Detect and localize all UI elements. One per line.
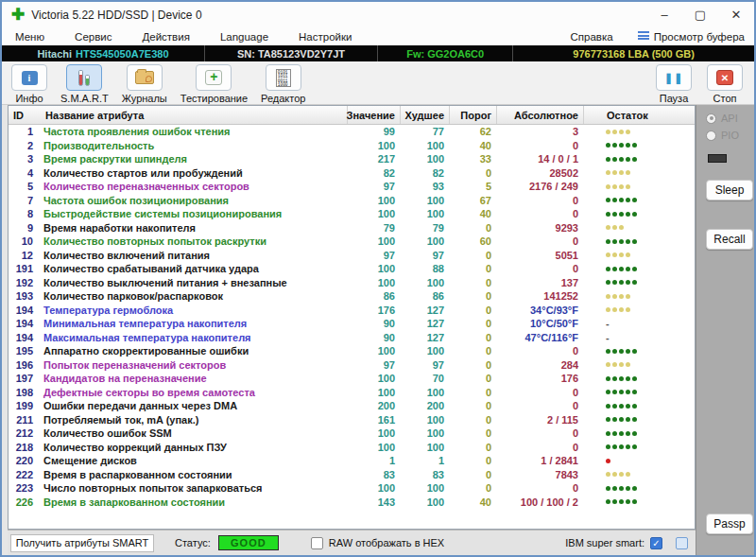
menu-item-menu[interactable]: Меню: [15, 31, 44, 43]
maximize-icon[interactable]: ▢: [682, 2, 718, 27]
editor-tab-button[interactable]: 0101101100111000008001 Редактор: [261, 64, 305, 104]
cell-abs: 0: [496, 208, 583, 219]
cell-abs: 10°C/50°F: [496, 318, 583, 329]
recall-button[interactable]: Recall: [706, 229, 753, 250]
table-row[interactable]: 226Время в запаркованном состоянии143100…: [9, 496, 695, 510]
table-row[interactable]: 194Температура гермоблока176127034°C/93°…: [9, 304, 695, 318]
get-smart-attributes-button[interactable]: Получить атрибуты SMART: [10, 534, 154, 552]
journals-tab-button[interactable]: Журналы: [122, 64, 167, 104]
table-row[interactable]: 4Количество стартов или пробуждений82820…: [9, 166, 695, 181]
sleep-button[interactable]: Sleep: [706, 180, 753, 200]
smart-tab-button[interactable]: S.M.A.R.T: [60, 64, 109, 104]
secondary-checkbox[interactable]: [676, 537, 688, 549]
cell-value: 90: [347, 318, 400, 329]
minimize-icon[interactable]: –: [646, 2, 682, 27]
table-row[interactable]: 8Быстродействие системы позиционирования…: [9, 207, 695, 221]
table-row[interactable]: 3Время раскрутки шпинделя2171003314 / 0 …: [9, 152, 695, 166]
cell-id: 223: [9, 482, 41, 494]
drive-capacity-segment: 976773168 LBA (500 GB): [513, 45, 754, 61]
table-row[interactable]: 194Максимальная температура накопителя90…: [9, 331, 695, 345]
menu-item-settings[interactable]: Настройки: [299, 31, 352, 43]
table-row[interactable]: 191Количество срабатываний датчика удара…: [9, 262, 695, 276]
table-row[interactable]: 9Время наработки накопителя797909293: [9, 221, 695, 235]
pause-button[interactable]: ❚❚ Пауза: [656, 64, 692, 104]
cell-worst: 100: [400, 482, 449, 494]
cell-id: 196: [9, 359, 41, 371]
table-row[interactable]: 199Ошибки передачи данных через DMA20020…: [9, 399, 695, 413]
cell-id: 194: [9, 318, 41, 329]
table-row[interactable]: 193Количество парковок/распарковок868601…: [9, 289, 695, 304]
stop-label: Стоп: [713, 93, 737, 104]
cell-thr: 0: [449, 359, 496, 371]
table-row[interactable]: 5Количество переназначенных секторов9793…: [9, 180, 695, 194]
cell-health-dots: [583, 472, 695, 477]
pio-radio-button[interactable]: [706, 131, 716, 141]
pause-label: Пауза: [660, 93, 689, 104]
info-tab-button[interactable]: i Инфо: [11, 64, 47, 104]
toolbar: i Инфо S.M.A.R.T Журналы + Тестирование …: [2, 61, 754, 105]
table-row[interactable]: 195Аппаратно скорректированные ошибки100…: [9, 344, 695, 358]
pause-icon: ❚❚: [664, 72, 683, 84]
passport-button[interactable]: Passp: [706, 513, 753, 534]
close-icon[interactable]: ✕: [718, 2, 754, 27]
menu-item-help[interactable]: Справка: [571, 31, 613, 43]
api-radio-button[interactable]: [706, 113, 716, 124]
table-row[interactable]: 218Количество коррекций данных ПЗУ100100…: [9, 441, 695, 455]
drive-info-bar: Hitachi HTS545050A7E380 SN: TA85123VD2Y7…: [2, 45, 754, 61]
raw-hex-checkbox[interactable]: [311, 537, 323, 549]
menu-item-language[interactable]: Language: [220, 31, 268, 43]
table-row[interactable]: 223Число повторных попыток запарковаться…: [9, 481, 695, 496]
table-row[interactable]: 211Потребляемый ток, mA (упак.)16110002 …: [9, 413, 695, 427]
cell-abs: 0: [496, 482, 583, 494]
table-row[interactable]: 7Частота ошибок позиционирования10010067…: [9, 194, 695, 208]
table-row[interactable]: 2Производительность100100400: [9, 139, 695, 153]
table-row[interactable]: 12Количество включений питания979705051: [9, 249, 695, 263]
table-row[interactable]: 220Смещение дисков1101 / 2841: [9, 454, 695, 468]
buffer-view-label: Просмотр буфера: [654, 31, 745, 43]
buffer-view-button[interactable]: Просмотр буфера: [613, 31, 745, 43]
cell-abs: 0: [496, 263, 583, 274]
table-row[interactable]: 198Дефектные секторы во время самотеста1…: [9, 386, 695, 400]
cell-abs: 9293: [496, 222, 583, 234]
cell-value: 217: [347, 153, 400, 165]
cell-name: Количество срабатываний датчика удара: [41, 263, 347, 274]
column-header-remainder[interactable]: Остаток: [583, 106, 695, 124]
cell-abs: 2176 / 249: [496, 181, 583, 192]
cell-name: Быстродействие системы позиционирования: [41, 208, 347, 219]
cell-name: Максимальная температура накопителя: [41, 332, 347, 343]
menu-item-service[interactable]: Сервис: [75, 31, 112, 43]
table-row[interactable]: 192Количество выключений питания + внеза…: [9, 276, 695, 290]
pio-radio-row[interactable]: PIO: [706, 130, 739, 141]
table-row[interactable]: 222Время в распаркованном состоянии83830…: [9, 468, 695, 482]
table-row[interactable]: 1Частота проявления ошибок чтения9977623: [9, 125, 695, 139]
cell-worst: 88: [400, 263, 449, 274]
menu-item-actions[interactable]: Действия: [142, 31, 189, 43]
column-header-id[interactable]: ID: [9, 110, 41, 121]
stop-button[interactable]: ✕ Стоп: [707, 64, 743, 104]
smart-attributes-table: ID Название атрибута Значение Худшее Пор…: [8, 105, 696, 530]
table-row[interactable]: 196Попыток переназначений секторов979702…: [9, 358, 695, 373]
api-radio-row[interactable]: API: [706, 113, 738, 124]
table-row[interactable]: 194Минимальная температура накопителя901…: [9, 317, 695, 331]
cell-health-dots: [583, 362, 695, 367]
status-bar: Получить атрибуты SMART Статус: GOOD RAW…: [8, 530, 696, 555]
ibm-super-smart-checkbox[interactable]: ✓: [650, 537, 662, 549]
cell-value: 100: [347, 387, 400, 398]
cell-health-dots: [583, 239, 695, 244]
cell-name: Количество включений питания: [41, 250, 347, 261]
column-header-worst[interactable]: Худшее: [400, 106, 449, 124]
table-row[interactable]: 212Количество ошибок SSM10010000: [9, 426, 695, 441]
column-header-absolute[interactable]: Абсолютное: [496, 106, 583, 124]
table-row[interactable]: 10Количество повторных попыток раскрутки…: [9, 235, 695, 249]
cell-worst: 93: [400, 181, 449, 192]
table-row[interactable]: 197Кандидатов на переназначение100700176: [9, 372, 695, 386]
cell-value: 79: [347, 222, 400, 234]
drive-capacity: 976773168 LBA (500 GB): [573, 48, 695, 60]
column-header-value[interactable]: Значение: [347, 106, 400, 124]
cell-id: 3: [9, 153, 41, 165]
column-header-name[interactable]: Название атрибута: [41, 110, 347, 121]
cell-abs: 0: [496, 442, 583, 453]
cell-value: 176: [347, 305, 400, 316]
column-header-threshold[interactable]: Порог: [449, 106, 496, 124]
testing-tab-button[interactable]: + Тестирование: [180, 64, 248, 104]
